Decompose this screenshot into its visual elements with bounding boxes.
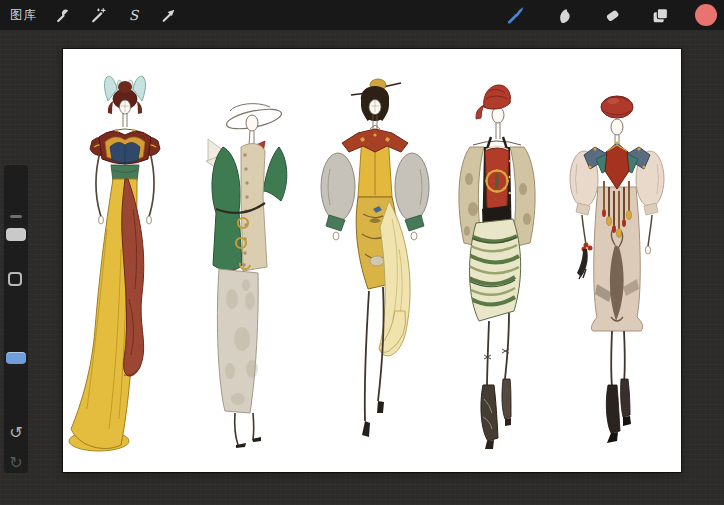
transform-button[interactable] xyxy=(155,2,181,28)
opacity-slider[interactable] xyxy=(6,352,26,364)
gallery-button[interactable]: 图库 xyxy=(10,7,41,24)
fashion-illustration xyxy=(63,49,681,472)
color-swatch-button[interactable] xyxy=(695,4,717,26)
modify-button[interactable] xyxy=(8,272,22,286)
toolbar-right-group xyxy=(503,2,724,28)
undo-button[interactable]: ↺ xyxy=(4,421,28,445)
adjustments-button[interactable] xyxy=(85,2,111,28)
tool-sidebar: ↺ ↻ xyxy=(4,165,28,473)
figure-look-5 xyxy=(570,96,664,443)
toolbar-left-group: 图库 xyxy=(0,2,181,28)
slider-tick xyxy=(10,215,22,218)
eraser-icon xyxy=(603,6,622,25)
actions-button[interactable] xyxy=(50,2,76,28)
figure-look-4 xyxy=(459,85,535,449)
smudge-button[interactable] xyxy=(551,2,577,28)
erase-button[interactable] xyxy=(599,2,625,28)
wrench-icon xyxy=(55,7,72,24)
redo-button[interactable]: ↻ xyxy=(4,451,28,475)
layers-button[interactable] xyxy=(647,2,673,28)
selection-s-icon: S xyxy=(125,7,142,24)
paint-button[interactable] xyxy=(503,2,529,28)
transform-arrow-icon xyxy=(160,7,177,24)
smudge-icon xyxy=(555,6,574,25)
procreate-app: 图库 xyxy=(0,0,724,505)
top-toolbar: 图库 xyxy=(0,0,724,31)
selection-button[interactable]: S xyxy=(120,2,146,28)
canvas-artboard[interactable] xyxy=(63,49,681,472)
figure-look-1 xyxy=(69,76,160,451)
figure-look-3 xyxy=(321,79,429,437)
brush-icon xyxy=(506,5,526,25)
workspace: ↺ ↻ xyxy=(0,30,724,505)
svg-text:S: S xyxy=(128,7,139,23)
figure-look-2 xyxy=(206,104,287,448)
layers-icon xyxy=(651,6,670,25)
brush-size-slider[interactable] xyxy=(6,228,26,241)
magic-wand-icon xyxy=(90,7,107,24)
